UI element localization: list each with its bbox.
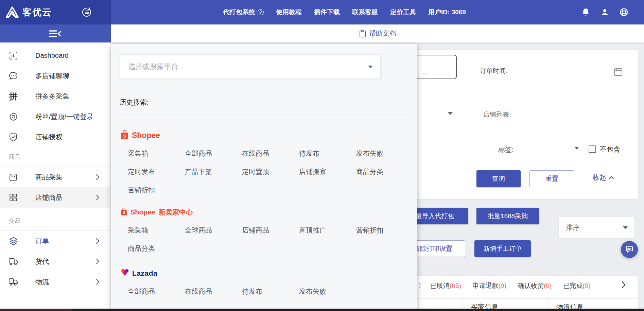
not-include-label: 不包含 <box>600 145 620 154</box>
order-time-input[interactable] <box>526 77 627 77</box>
platform-link-置顶推广[interactable]: 置顶推广 <box>299 221 356 239</box>
platform-link-待发布[interactable]: 待发布 <box>299 144 356 162</box>
bell-icon[interactable] <box>581 8 590 17</box>
batch-1688-purchase-button[interactable]: 批量1688采购 <box>476 208 539 224</box>
clipboard-icon <box>359 30 366 38</box>
platform-link-营销折扣[interactable]: 营销折扣 <box>356 221 413 239</box>
sidebar-item-拼多多采集[interactable]: 拼拼多多采集 <box>0 86 110 106</box>
pin-text-icon: 拼 <box>7 92 19 101</box>
order-tab-label: 已完成 <box>563 282 582 289</box>
sidebar-item-多店铺聊聊[interactable]: 多店铺聊聊 <box>0 66 110 86</box>
shopee-links: 采集箱全部商品在线商品待发布发布失败定时发布产品下架定时置顶店铺搬家商品分类营销… <box>128 144 417 199</box>
order-tab-已取消[interactable]: 已取消(65) <box>430 281 461 290</box>
chat-fab-button[interactable] <box>621 241 638 258</box>
tag-select-caret[interactable] <box>574 147 579 150</box>
navbar-icons <box>581 0 628 24</box>
platform-groups: SShopee采集箱全部商品在线商品待发布发布失败定时发布产品下架定时置顶店铺搬… <box>120 130 417 300</box>
bottom-edge-strip <box>0 309 644 311</box>
sidebar-item-商品采集[interactable]: 商品采集 <box>0 167 110 187</box>
nav-item-label: 定价工具 <box>390 8 416 17</box>
platform-link-商品分类[interactable]: 商品分类 <box>356 162 413 181</box>
platform-link-店铺搬家[interactable]: 店铺搬家 <box>299 162 356 181</box>
nav-item-1[interactable]: 使用教程 <box>276 8 302 17</box>
app-root: 客优云 代打包系统?使用教程插件下载联系客服定价工具用户ID: 3069 帮助文… <box>0 0 644 311</box>
collapse-label: 收起 <box>593 173 606 182</box>
nav-item-0[interactable]: 代打包系统? <box>223 8 264 17</box>
order-tab-count: (0) <box>544 282 552 289</box>
tag-select-input[interactable] <box>525 156 571 156</box>
sidebar-item-粉丝/置顶/一键登录[interactable]: 粉丝/置顶/一键登录 <box>0 106 110 127</box>
sidebar-item-店铺商品[interactable]: 店铺商品 <box>0 187 110 208</box>
hidden-select-caret[interactable] <box>448 112 453 115</box>
nav-item-2[interactable]: 插件下载 <box>314 8 340 17</box>
platform-group-lazada: Lazada全部商品在线商品待发布发布失败 <box>120 268 417 300</box>
globe-icon[interactable] <box>620 8 628 17</box>
sidebar-item-订单[interactable]: 订单 <box>0 231 110 251</box>
platform-link-采集箱[interactable]: 采集箱 <box>128 221 185 239</box>
platform-select[interactable]: 选择或搜索平台 <box>120 54 381 79</box>
nav-item-label: 使用教程 <box>276 8 302 17</box>
nav-item-4[interactable]: 定价工具 <box>390 8 416 17</box>
sidebar-item-label: 拼多多采集 <box>35 92 69 101</box>
shopee-wordmark: Shopee <box>130 208 155 216</box>
shopee-bag-icon: S <box>120 130 129 141</box>
shield-check-icon <box>7 132 19 142</box>
not-include-checkbox[interactable] <box>589 145 596 153</box>
order-tab-partial[interactable]: ) <box>419 281 421 289</box>
nav-item-3[interactable]: 联系客服 <box>352 8 378 17</box>
sidebar-collapse-strip[interactable] <box>0 24 111 42</box>
order-tab-count: (0) <box>582 282 590 289</box>
platform-link-产品下架[interactable]: 产品下架 <box>185 162 242 181</box>
user-id-label: 用户ID: 3069 <box>428 8 466 17</box>
platform-link-定时发布[interactable]: 定时发布 <box>128 162 185 181</box>
order-tab-确认收货[interactable]: 确认收货(0) <box>518 281 552 290</box>
shop-list-label: 店铺列表: <box>483 110 511 119</box>
chevron-right-icon <box>96 194 100 201</box>
target-icon <box>7 112 19 121</box>
platform-link-采集箱[interactable]: 采集箱 <box>128 144 185 162</box>
shop-list-input[interactable] <box>526 122 626 122</box>
user-icon[interactable] <box>601 8 609 17</box>
apps-menu-icon[interactable] <box>82 7 92 17</box>
collapse-filters-link[interactable]: 收起 <box>593 173 614 182</box>
new-manual-order-button[interactable]: 新增手工订单 <box>474 240 531 257</box>
platform-link-全部商品[interactable]: 全部商品 <box>128 282 185 300</box>
sidebar-item-Dashboard[interactable]: Dashboard <box>0 45 110 66</box>
platform-link-在线商品[interactable]: 在线商品 <box>185 282 242 300</box>
sidebar-item-物流[interactable]: 物流 <box>0 272 110 292</box>
shopee-logo: SShopee <box>120 130 417 141</box>
platform-link-发布失败[interactable]: 发布失败 <box>356 144 413 162</box>
platform-link-全球商品[interactable]: 全球商品 <box>185 221 242 239</box>
sidebar-item-店铺授权[interactable]: 店铺授权 <box>0 127 110 147</box>
order-tab-申请退款[interactable]: 申请退款(0) <box>473 281 506 290</box>
query-button[interactable]: 查询 <box>476 170 521 187</box>
platform-link-商品分类[interactable]: 商品分类 <box>128 239 185 258</box>
tabs-chevron-right-icon[interactable] <box>621 281 626 289</box>
sort-label: 排序 <box>566 223 579 232</box>
platform-link-在线商品[interactable]: 在线商品 <box>242 144 299 162</box>
reset-button[interactable]: 重置 <box>529 170 574 187</box>
sort-dropdown[interactable]: 排序 <box>559 217 635 238</box>
sidebar-item-label: 商品采集 <box>35 173 63 182</box>
seller-center-wordmark: 新卖家中心 <box>159 208 193 217</box>
platform-link-营销折扣[interactable]: 营销折扣 <box>128 181 185 199</box>
platform-link-定时置顶[interactable]: 定时置顶 <box>242 162 299 181</box>
brand-logo-icon <box>5 6 19 18</box>
help-doc-link[interactable]: 帮助文档 <box>359 29 396 38</box>
sidebar-item-货代[interactable]: 货代 <box>0 251 110 272</box>
lazada-logo: Lazada <box>120 268 417 279</box>
platform-link-全部商品[interactable]: 全部商品 <box>185 144 242 162</box>
brand-name: 客优云 <box>22 6 52 18</box>
shopee-bag-icon: S <box>120 207 127 217</box>
tag-label: 标签: <box>498 145 514 154</box>
help-doc-label: 帮助文档 <box>369 29 396 38</box>
order-tab-已完成[interactable]: 已完成(0) <box>563 281 590 290</box>
chevron-right-icon <box>96 258 100 264</box>
chevron-up-icon <box>609 176 614 179</box>
platform-link-店铺商品[interactable]: 店铺商品 <box>242 221 299 239</box>
calendar-icon[interactable] <box>614 67 623 76</box>
platform-link-待发布[interactable]: 待发布 <box>242 282 299 300</box>
platform-group-shopee: SShopee采集箱全部商品在线商品待发布发布失败定时发布产品下架定时置顶店铺搬… <box>120 130 417 199</box>
nav-item-label: 代打包系统 <box>223 8 255 17</box>
platform-link-发布失败[interactable]: 发布失败 <box>299 282 356 300</box>
